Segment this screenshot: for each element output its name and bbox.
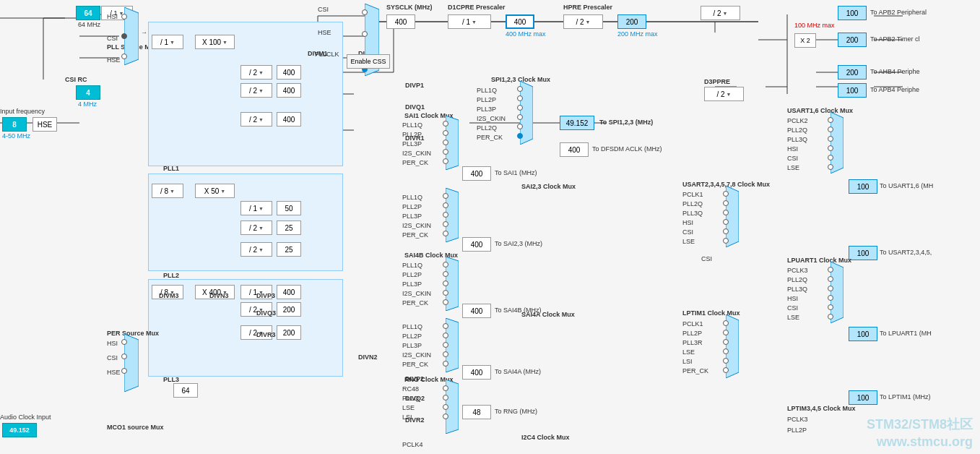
- lptim1-perck-circle: [723, 367, 729, 373]
- lpuart1-pclk3-label: PCLK3: [787, 267, 808, 274]
- apb4-periph-box: 100: [838, 83, 867, 98]
- divq1-select[interactable]: / 2: [240, 83, 272, 98]
- divp2-select[interactable]: / 1: [240, 201, 272, 215]
- dfsdm-label: To DFSDM ACLK (MHz): [592, 145, 662, 153]
- lptim345-mux-label: LPTIM3,4,5 Clock Mux: [787, 405, 856, 412]
- divm1-select[interactable]: / 1: [152, 35, 183, 49]
- usart2345-csi-circle: [723, 228, 729, 234]
- csi-detected-label: CSI: [701, 255, 712, 262]
- sai4b-perck-label: PER_CK: [402, 299, 428, 307]
- d3ppre-select[interactable]: / 2: [704, 87, 744, 101]
- csi-input-label: CSI: [107, 35, 118, 42]
- per-hse-label: HSE: [107, 369, 121, 376]
- pll1-label: PLL1: [163, 165, 179, 172]
- hse-value-box[interactable]: 8: [2, 117, 27, 132]
- sai4a-pll1q-label: PLL1Q: [402, 323, 422, 330]
- hsi-mux-circle: [121, 14, 127, 20]
- rng-rc48-circle: [443, 385, 448, 391]
- apb4-periph-label: To APB4 Periphe: [870, 86, 919, 93]
- usart2345-lse-label: LSE: [682, 238, 695, 245]
- ahb4-periph-box: 200: [838, 65, 867, 80]
- usart16-lse-label: LSE: [787, 164, 799, 171]
- spi-pll2p-label: PLL2P: [477, 96, 496, 103]
- divq2-select[interactable]: / 2: [240, 220, 272, 235]
- divp3-label: DIVP3: [256, 292, 275, 299]
- usart2345-pll3q-circle: [723, 210, 729, 215]
- divp1-select[interactable]: / 2: [240, 65, 272, 80]
- lptim345-pll2p-label: PLL2P: [787, 427, 807, 434]
- spi-pll3p-label: PLL3P: [477, 106, 496, 113]
- usart2345-csi-label: CSI: [682, 228, 693, 236]
- sai23-pll1q-circle: [443, 193, 448, 199]
- d3ppre-label: D3PPRE: [704, 78, 730, 85]
- d1cpre-label: D1CPRE Prescaler: [448, 4, 506, 11]
- lptim345-pck3-label: PCLK3: [787, 416, 808, 423]
- usart16-hsi-label: HSI: [787, 145, 798, 153]
- sai23-pll2p-label: PLL2P: [402, 203, 422, 210]
- lpuart1-pll2q-label: PLL2Q: [787, 276, 807, 283]
- i2c4-mux-label: I2C4 Clock Mux: [521, 434, 570, 441]
- hpre-select[interactable]: / 2: [563, 14, 603, 29]
- lptim1-pll2p-label: PLL2P: [682, 330, 702, 337]
- usart2345-pclk1-circle: [723, 191, 729, 197]
- usart2345-pll3q-label: PLL3Q: [682, 210, 703, 217]
- divr1-select[interactable]: / 2: [240, 112, 272, 127]
- lpuart1-lse-circle: [828, 314, 833, 320]
- enable-css-button[interactable]: Enable CSS: [347, 54, 390, 69]
- csi-mux-circle: [121, 33, 127, 39]
- spi123-to-label: To SPI1,2,3 (MHz): [599, 119, 653, 126]
- hse-range-label: 4-50 MHz: [2, 132, 30, 140]
- usart16-csi-circle: [828, 155, 833, 160]
- usart16-pll2q-circle: [828, 127, 833, 132]
- sai1-val-box: 400: [462, 166, 491, 181]
- watermark-text: STM32/STM8社区www.stmcu.org: [867, 416, 973, 450]
- csi-value-box[interactable]: 4: [76, 85, 100, 100]
- sai4b-pll1q-circle: [443, 262, 448, 267]
- apb2-timer-box: 200: [838, 33, 867, 47]
- divq1-out: 400: [277, 83, 301, 98]
- divn2-select[interactable]: X 50: [195, 184, 235, 198]
- input-64-box[interactable]: 64: [76, 6, 100, 20]
- divq3-out: 200: [277, 302, 301, 317]
- divp2-out: 50: [277, 201, 301, 215]
- usart2345-to-label: To USART2,3,4,5,: [880, 249, 932, 256]
- divp3-out: 400: [277, 285, 301, 299]
- d1cpre-select[interactable]: / 1: [448, 14, 491, 29]
- divr2-select[interactable]: / 2: [240, 242, 272, 257]
- audio-value-box[interactable]: 49.152: [2, 423, 37, 437]
- lpuart1-pll3q-circle: [828, 286, 833, 291]
- div2-top-select[interactable]: / 2: [701, 6, 740, 20]
- divp1-out: 400: [277, 65, 301, 80]
- sai23-perck-label: PER_CK: [402, 231, 428, 239]
- usart16-pclk2-circle: [828, 117, 833, 123]
- x2-box: X 2: [794, 33, 816, 48]
- per-out-box: 64: [173, 383, 198, 398]
- pll-mux-arrow: →: [141, 29, 147, 36]
- sai4a-i2sckin-label: I2S_CKIN: [402, 351, 431, 359]
- spi-pll2p-circle: [517, 95, 523, 101]
- sai23-to-label: To SAI2,3 (MHz): [495, 240, 542, 247]
- rng-pll1q-circle: [443, 395, 448, 401]
- sai4a-pll1q-circle: [443, 323, 448, 329]
- spi-pll2q-circle: [517, 124, 523, 129]
- spi-pll2q-label: PLL2Q: [477, 124, 497, 132]
- sai4b-pll3p-label: PLL3P: [402, 280, 422, 288]
- per-hsi-circle: [121, 339, 127, 345]
- per-hsi-label: HSI: [107, 340, 118, 347]
- sai23-pll2p-circle: [443, 202, 448, 208]
- usart16-pll2q-label: PLL2Q: [787, 127, 807, 134]
- divm2-select[interactable]: / 8: [152, 184, 183, 198]
- hsi-input-label: HSI: [107, 13, 118, 20]
- rng-to-label: To RNG (MHz): [495, 408, 537, 415]
- sai4a-pll2p-circle: [443, 333, 448, 338]
- lptim1-lsi-label: LSI: [682, 358, 693, 365]
- ui-layer: 64 / 1 64 MHz CSI RC 4 4 MHz Input frequ…: [0, 0, 980, 454]
- pllclk-path-label: PLLCLK: [315, 51, 339, 58]
- usart2345-pll2q-circle: [723, 200, 729, 206]
- sai23-perck-circle: [443, 231, 448, 236]
- sai4a-mux-label: SAI4A Clock Mux: [521, 311, 575, 318]
- lptim1-lsi-circle: [723, 358, 729, 364]
- divn1-select[interactable]: X 100: [195, 35, 235, 49]
- sai23-i2sckin-label: I2S_CKIN: [402, 222, 431, 229]
- sai1-pll3p-label: PLL3P: [402, 140, 422, 147]
